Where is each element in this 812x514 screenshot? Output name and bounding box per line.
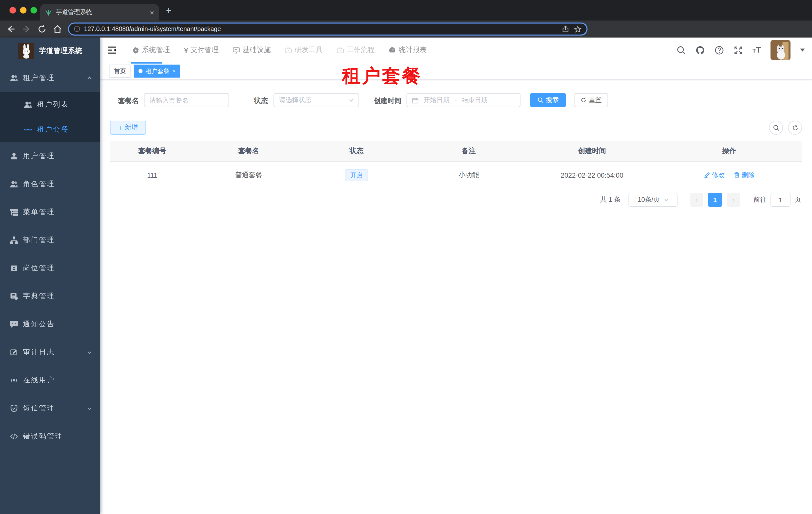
- tag-home[interactable]: 首页: [110, 64, 130, 77]
- bookmark-star-icon[interactable]: [574, 25, 581, 33]
- top-nav-dev-tools[interactable]: 研发工具: [278, 37, 330, 62]
- toolbox-icon: [285, 46, 292, 54]
- avatar[interactable]: [771, 40, 790, 60]
- sidebar-item-label: 部门管理: [23, 236, 55, 245]
- sidebar-item-menu-management[interactable]: 菜单管理: [0, 198, 100, 226]
- url-text[interactable]: 127.0.0.1:48080/admin-ui/system/tenant/p…: [84, 26, 557, 32]
- sidebar-item-notice[interactable]: 通知公告: [0, 310, 100, 338]
- reset-button[interactable]: 重置: [574, 93, 608, 107]
- window-minimize-button[interactable]: [20, 7, 27, 13]
- sidebar-collapse-icon[interactable]: [107, 45, 117, 55]
- sidebar-item-label: 岗位管理: [23, 264, 55, 273]
- sidebar-item-tenant-management[interactable]: 租户管理: [0, 64, 100, 92]
- sidebar-item-post-management[interactable]: 岗位管理: [0, 254, 100, 282]
- tag-label: 首页: [114, 65, 126, 77]
- browser-toolbar: ⓘ 127.0.0.1:48080/admin-ui/system/tenant…: [0, 21, 812, 37]
- tags-bar: 首页 租户套餐 ×: [100, 62, 812, 80]
- dashboard-icon: [389, 46, 396, 54]
- col-header-name: 套餐名: [195, 141, 303, 161]
- app-navbar: 系统管理 ¥ 支付管理 基础设施 研发工具 工作流程 统计报表: [100, 37, 812, 62]
- sidebar-item-role-management[interactable]: 角色管理: [0, 170, 100, 198]
- address-bar[interactable]: ⓘ 127.0.0.1:48080/admin-ui/system/tenant…: [68, 23, 587, 35]
- font-size-icon[interactable]: TT: [753, 45, 761, 55]
- sidebar-submenu-tenant: 租户列表 租户套餐: [0, 92, 100, 142]
- reset-label: 重置: [589, 96, 602, 105]
- prev-page-button[interactable]: ‹: [690, 193, 703, 207]
- app-logo[interactable]: 芋道管理系统: [0, 37, 100, 64]
- table-header-row: 套餐编号 套餐名 状态 备注 创建时间 操作: [110, 141, 802, 161]
- filter-name-label: 套餐名: [118, 97, 139, 106]
- fullscreen-icon[interactable]: [733, 45, 743, 55]
- top-nav-infrastructure[interactable]: 基础设施: [226, 37, 278, 62]
- search-icon: [537, 97, 543, 103]
- pagination: 共 1 条 10条/页 ‹ 1 › 前往 页: [600, 193, 801, 207]
- start-date-placeholder: 开始日期: [424, 96, 450, 105]
- share-icon[interactable]: [562, 26, 569, 32]
- tag-close-icon[interactable]: ×: [173, 65, 176, 77]
- sidebar-item-tenant-package[interactable]: 租户套餐: [0, 117, 100, 142]
- col-header-id: 套餐编号: [110, 141, 195, 161]
- cell-package-name: 普通套餐: [195, 161, 303, 189]
- sidebar-item-label: 短信管理: [23, 404, 55, 413]
- github-icon[interactable]: [696, 45, 705, 55]
- window-zoom-button[interactable]: [30, 7, 37, 13]
- goto-page-input[interactable]: [771, 193, 790, 207]
- top-nav-workflow[interactable]: 工作流程: [330, 37, 382, 62]
- chevron-down-icon: [87, 350, 92, 355]
- sidebar-item-tenant-list[interactable]: 租户列表: [0, 92, 100, 117]
- col-header-actions: 操作: [657, 141, 802, 161]
- cell-actions: 修改 删除: [657, 161, 802, 189]
- sidebar-item-sms-management[interactable]: 短信管理: [0, 395, 100, 423]
- main-content: 套餐名 状态 请选择状态 创建时间 开始日期 - 结束日期 搜索 重置 + 新增: [100, 80, 812, 514]
- reload-icon[interactable]: [37, 24, 47, 34]
- sidebar-item-dict-management[interactable]: 字典管理: [0, 282, 100, 310]
- home-icon[interactable]: [53, 24, 62, 34]
- help-icon[interactable]: [715, 45, 724, 55]
- sidebar-item-dept-management[interactable]: 部门管理: [0, 226, 100, 254]
- users-icon: [10, 74, 18, 82]
- tab-strip: 芋道管理系统 × +: [0, 0, 812, 21]
- monitor-icon: [233, 46, 240, 54]
- status-select[interactable]: 请选择状态: [273, 93, 359, 107]
- date-range-picker[interactable]: 开始日期 - 结束日期: [406, 93, 521, 107]
- sidebar-item-error-code[interactable]: 错误码管理: [0, 423, 100, 451]
- sidebar-item-online-users[interactable]: 在线用户: [0, 367, 100, 395]
- browser-tab[interactable]: 芋道管理系统 ×: [40, 4, 159, 21]
- new-tab-button[interactable]: +: [166, 6, 171, 15]
- top-nav-system[interactable]: 系统管理: [125, 37, 177, 62]
- search-button[interactable]: 搜索: [530, 93, 566, 107]
- col-header-remark: 备注: [410, 141, 527, 161]
- org-chart-icon: [10, 236, 18, 244]
- current-page-button[interactable]: 1: [708, 193, 722, 207]
- plus-icon: +: [118, 124, 122, 131]
- top-nav-label: 研发工具: [295, 46, 323, 55]
- refresh-table-button[interactable]: [788, 120, 802, 135]
- sidebar-item-audit-log[interactable]: 审计日志: [0, 338, 100, 367]
- site-info-icon[interactable]: ⓘ: [74, 25, 80, 33]
- add-button[interactable]: + 新增: [110, 120, 146, 135]
- sidebar-item-user-management[interactable]: 用户管理: [0, 142, 100, 170]
- delete-link[interactable]: 删除: [734, 171, 755, 180]
- page-size-select[interactable]: 10条/页: [629, 193, 677, 207]
- tab-close-icon[interactable]: ×: [150, 8, 154, 16]
- forward-icon[interactable]: [22, 24, 31, 34]
- avatar-caret-icon[interactable]: [800, 49, 805, 52]
- shield-check-icon: [10, 404, 18, 412]
- goto-label: 前往: [754, 195, 766, 204]
- edit-log-icon: [10, 348, 18, 356]
- gear-icon: [132, 46, 140, 54]
- tag-tenant-package[interactable]: 租户套餐 ×: [134, 64, 180, 77]
- search-icon[interactable]: [676, 45, 686, 55]
- refresh-icon: [580, 97, 586, 103]
- logo-rabbit-image: [18, 43, 34, 59]
- next-page-button[interactable]: ›: [727, 193, 740, 207]
- top-nav: 系统管理 ¥ 支付管理 基础设施 研发工具 工作流程 统计报表: [125, 37, 434, 62]
- edit-link[interactable]: 修改: [704, 171, 725, 180]
- top-nav-payment[interactable]: ¥ 支付管理: [177, 37, 226, 62]
- window-close-button[interactable]: [9, 7, 16, 13]
- add-label: 新增: [125, 123, 138, 132]
- package-name-input[interactable]: [144, 93, 229, 107]
- back-icon[interactable]: [6, 24, 16, 34]
- top-nav-reports[interactable]: 统计报表: [382, 37, 434, 62]
- toggle-search-button[interactable]: [769, 120, 783, 135]
